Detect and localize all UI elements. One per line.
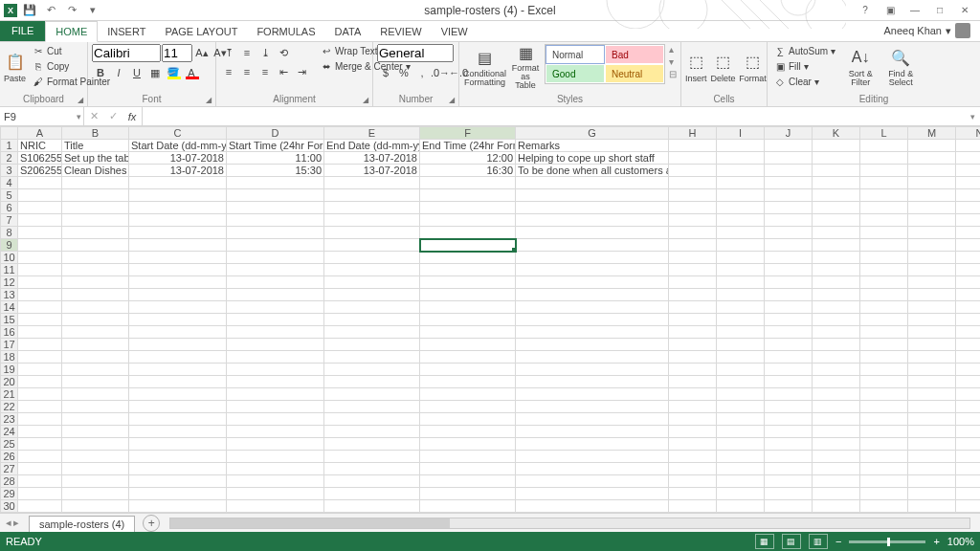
cell[interactable] bbox=[18, 227, 62, 239]
cell[interactable] bbox=[420, 426, 516, 438]
cell[interactable] bbox=[420, 177, 516, 189]
cell[interactable] bbox=[813, 152, 860, 165]
cell[interactable] bbox=[765, 438, 813, 451]
cell[interactable] bbox=[420, 202, 516, 214]
cell[interactable] bbox=[813, 413, 860, 426]
cell[interactable] bbox=[227, 401, 324, 413]
cell[interactable] bbox=[129, 426, 227, 438]
cell[interactable] bbox=[420, 339, 516, 351]
cell[interactable] bbox=[227, 488, 324, 500]
cell[interactable] bbox=[129, 252, 227, 264]
cell[interactable] bbox=[908, 376, 956, 388]
cell[interactable] bbox=[860, 463, 908, 475]
close-button[interactable]: ✕ bbox=[953, 2, 976, 19]
cell[interactable] bbox=[908, 264, 956, 276]
cell[interactable] bbox=[516, 202, 669, 214]
cell[interactable] bbox=[765, 326, 813, 339]
row-header[interactable]: 30 bbox=[1, 500, 18, 513]
cell[interactable] bbox=[956, 451, 981, 463]
cell[interactable] bbox=[420, 401, 516, 413]
cell[interactable] bbox=[62, 364, 129, 376]
gallery-down-icon[interactable]: ▾ bbox=[669, 56, 677, 67]
increase-indent-button[interactable]: ⇥ bbox=[293, 63, 310, 80]
cell[interactable] bbox=[956, 165, 981, 177]
cell[interactable] bbox=[669, 152, 717, 165]
cell[interactable]: End Date (dd-mm-yyyy) bbox=[324, 140, 420, 152]
cell[interactable] bbox=[765, 401, 813, 413]
cell[interactable] bbox=[860, 314, 908, 326]
cell[interactable] bbox=[813, 351, 860, 364]
column-header[interactable]: D bbox=[227, 127, 324, 140]
align-right-button[interactable]: ≡ bbox=[256, 63, 274, 80]
bold-button[interactable]: B bbox=[92, 64, 109, 81]
view-normal-button[interactable]: ▦ bbox=[755, 534, 774, 549]
column-header[interactable]: C bbox=[129, 127, 227, 140]
cell[interactable] bbox=[62, 488, 129, 500]
cell[interactable] bbox=[62, 202, 129, 214]
gallery-up-icon[interactable]: ▴ bbox=[669, 44, 677, 55]
cell[interactable] bbox=[908, 140, 956, 152]
cell[interactable] bbox=[669, 239, 717, 252]
cell[interactable] bbox=[717, 227, 765, 239]
scrollbar-thumb[interactable] bbox=[170, 518, 450, 528]
cell[interactable] bbox=[813, 314, 860, 326]
column-header[interactable]: M bbox=[908, 127, 956, 140]
cell[interactable] bbox=[18, 500, 62, 513]
row-header[interactable]: 25 bbox=[1, 438, 18, 451]
cell[interactable] bbox=[62, 475, 129, 488]
column-header[interactable]: N bbox=[956, 127, 981, 140]
cell[interactable] bbox=[62, 339, 129, 351]
underline-button[interactable]: U bbox=[128, 64, 145, 81]
cell[interactable] bbox=[324, 426, 420, 438]
cell[interactable]: 11:00 bbox=[227, 152, 324, 165]
font-name-select[interactable] bbox=[92, 44, 161, 62]
cell[interactable] bbox=[420, 264, 516, 276]
cell[interactable] bbox=[227, 214, 324, 227]
cell[interactable] bbox=[62, 413, 129, 426]
zoom-slider[interactable] bbox=[849, 540, 925, 543]
cell[interactable] bbox=[908, 413, 956, 426]
zoom-in-button[interactable]: + bbox=[933, 536, 939, 547]
row-header[interactable]: 12 bbox=[1, 276, 18, 289]
cell[interactable] bbox=[765, 214, 813, 227]
cell[interactable] bbox=[18, 289, 62, 301]
cell[interactable] bbox=[956, 276, 981, 289]
cell[interactable] bbox=[908, 152, 956, 165]
tab-insert[interactable]: INSERT bbox=[98, 22, 155, 41]
cell[interactable] bbox=[129, 301, 227, 314]
tab-file[interactable]: FILE bbox=[0, 20, 45, 41]
cell[interactable] bbox=[765, 339, 813, 351]
cell[interactable] bbox=[62, 289, 129, 301]
cell[interactable]: 13-07-2018 bbox=[129, 152, 227, 165]
cell[interactable] bbox=[956, 388, 981, 401]
cell[interactable] bbox=[18, 364, 62, 376]
cell[interactable] bbox=[765, 314, 813, 326]
cell[interactable] bbox=[516, 376, 669, 388]
cell[interactable] bbox=[516, 351, 669, 364]
cell[interactable] bbox=[669, 339, 717, 351]
cell[interactable] bbox=[669, 351, 717, 364]
cell[interactable] bbox=[908, 326, 956, 339]
cell[interactable]: Helping to cope up short staff bbox=[516, 152, 669, 165]
cell[interactable] bbox=[860, 376, 908, 388]
cell[interactable] bbox=[813, 364, 860, 376]
cell[interactable] bbox=[813, 475, 860, 488]
cell[interactable]: S1062554Q bbox=[18, 152, 62, 165]
cell[interactable] bbox=[860, 488, 908, 500]
qat-save[interactable]: 💾 bbox=[21, 2, 38, 19]
border-button[interactable]: ▦ bbox=[146, 64, 164, 81]
cell[interactable] bbox=[717, 413, 765, 426]
row-header[interactable]: 16 bbox=[1, 326, 18, 339]
cell[interactable] bbox=[62, 314, 129, 326]
cell[interactable] bbox=[956, 214, 981, 227]
worksheet-grid[interactable]: ABCDEFGHIJKLMN1NRICTitleStart Date (dd-m… bbox=[0, 126, 980, 513]
align-left-button[interactable]: ≡ bbox=[220, 63, 237, 80]
cell[interactable] bbox=[717, 401, 765, 413]
cell[interactable] bbox=[956, 301, 981, 314]
cell[interactable] bbox=[18, 488, 62, 500]
cell[interactable] bbox=[420, 388, 516, 401]
conditional-formatting-button[interactable]: ▤ Conditional Formatting bbox=[463, 44, 506, 90]
cell[interactable] bbox=[227, 438, 324, 451]
row-header[interactable]: 13 bbox=[1, 289, 18, 301]
cell[interactable] bbox=[717, 314, 765, 326]
